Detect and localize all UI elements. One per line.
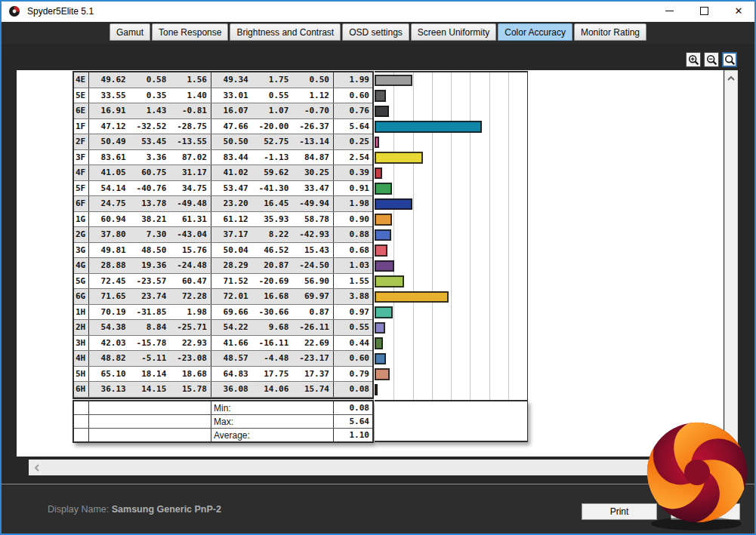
delta-e-bar-4H xyxy=(375,353,386,365)
patch-id: 2H xyxy=(74,320,89,335)
zoom-in-button[interactable] xyxy=(686,52,701,67)
reference-lab-values: 36.1314.1515.78 xyxy=(89,382,211,397)
delta-e-bar-1F xyxy=(375,121,482,133)
measured-lab-values: 50.5052.75-13.14 xyxy=(211,134,334,149)
horizontal-scrollbar[interactable] xyxy=(29,460,724,475)
delta-e-bar-4F xyxy=(375,168,382,180)
delta-e-bar-5G xyxy=(375,275,404,287)
measured-lab-values: 54.229.68-26.11 xyxy=(211,320,334,335)
zoom-fit-button[interactable] xyxy=(722,52,737,67)
measured-lab-values: 61.1235.9358.78 xyxy=(211,212,334,227)
minimize-button[interactable] xyxy=(652,0,687,22)
vertical-scrollbar[interactable] xyxy=(724,70,738,457)
measured-lab-values: 69.66-30.660.87 xyxy=(211,305,334,320)
tab-color-accuracy[interactable]: Color Accuracy xyxy=(498,23,572,41)
maximize-icon xyxy=(700,7,708,15)
patch-id: 5F xyxy=(74,181,89,196)
reference-lab-values: 54.14-40.7634.75 xyxy=(89,181,211,196)
tab-monitor-rating[interactable]: Monitor Rating xyxy=(574,23,646,41)
delta-e-value: 0.60 xyxy=(334,351,372,366)
measured-lab-values: 16.071.07-0.70 xyxy=(211,103,334,118)
reference-lab-values: 47.12-32.52-28.75 xyxy=(89,119,211,134)
delta-e-value: 0.79 xyxy=(334,367,372,382)
delta-e-value: 0.88 xyxy=(334,227,372,242)
measured-lab-values: 71.52-20.6956.90 xyxy=(211,274,334,289)
measured-lab-values: 72.0116.6869.97 xyxy=(211,289,334,304)
zoom-out-button[interactable] xyxy=(704,52,719,67)
patch-id: 4F xyxy=(74,165,89,180)
delta-e-bar-6G xyxy=(375,291,449,303)
reference-lab-values: 71.6523.7472.28 xyxy=(89,289,211,304)
table-row-5E: 5E33.550.351.4033.010.551.120.60 xyxy=(74,88,372,104)
patch-id: 6E xyxy=(74,103,89,118)
measured-lab-values: 36.0814.0615.74 xyxy=(211,382,334,397)
delta-e-value: 0.44 xyxy=(334,336,372,351)
patch-id: 2G xyxy=(74,227,89,242)
measured-lab-values: 23.2016.45-49.94 xyxy=(211,196,334,211)
table-row-4H: 4H48.82-5.11-23.0848.57-4.48-23.170.60 xyxy=(74,351,372,367)
table-row-5G: 5G72.45-23.5760.4771.52-20.6956.901.55 xyxy=(74,274,372,290)
tab-strip: GamutTone ResponseBrightness and Contras… xyxy=(0,22,756,44)
delta-e-bar-4G xyxy=(375,260,394,272)
patch-id: 5G xyxy=(74,274,89,289)
tab-screen-uniformity[interactable]: Screen Uniformity xyxy=(411,23,496,41)
reference-lab-values: 41.0560.7531.17 xyxy=(89,165,211,180)
reference-lab-values: 60.9438.2161.31 xyxy=(89,212,211,227)
zoom-out-icon xyxy=(706,54,717,66)
measured-lab-values: 28.2920.87-24.50 xyxy=(211,258,334,273)
tab-osd-settings[interactable]: OSD settings xyxy=(342,23,409,41)
patch-id: 6H xyxy=(74,382,89,397)
delta-e-bar-chart xyxy=(375,71,528,401)
summary-row-min: Min: 0.08 xyxy=(74,401,372,415)
delta-e-value: 1.99 xyxy=(334,72,372,88)
delta-e-bar-6F xyxy=(375,198,412,211)
delta-e-value: 0.60 xyxy=(334,88,372,103)
measured-lab-values: 83.44-1.1384.87 xyxy=(211,150,334,165)
patch-id: 4G xyxy=(74,258,89,273)
patch-id: 1H xyxy=(74,305,89,320)
tab-tone-response[interactable]: Tone Response xyxy=(152,23,228,41)
summary-row-max: Max: 5.64 xyxy=(74,415,372,429)
delta-e-value: 1.03 xyxy=(334,258,372,273)
delta-e-value: 3.88 xyxy=(334,289,372,304)
delta-e-value: 2.54 xyxy=(334,150,372,165)
tab-gamut[interactable]: Gamut xyxy=(110,23,150,41)
reference-lab-values: 42.03-15.7822.93 xyxy=(89,336,211,351)
max-value: 5.64 xyxy=(334,415,372,428)
delta-e-bar-1H xyxy=(375,306,393,318)
delta-e-value: 0.39 xyxy=(334,165,372,180)
delta-e-bar-2H xyxy=(375,322,385,334)
summary-table: Min: 0.08 Max: 5.64 Average: 1.10 xyxy=(73,400,374,443)
delta-e-value: 0.90 xyxy=(334,212,372,227)
table-row-3G: 3G49.8148.5015.7650.0446.5215.430.68 xyxy=(74,243,372,259)
table-row-1H: 1H70.19-31.851.9869.66-30.660.870.97 xyxy=(74,305,372,321)
reference-lab-values: 50.4953.45-13.55 xyxy=(89,134,211,149)
title-bar[interactable]: Spyder5Elite 5.1 ✕ xyxy=(0,0,756,22)
reference-lab-values: 83.613.3687.02 xyxy=(89,150,211,165)
patch-id: 3F xyxy=(74,150,89,165)
display-name-value: Samsung Generic PnP-2 xyxy=(112,504,221,515)
measured-lab-values: 47.66-20.00-26.37 xyxy=(211,119,334,134)
table-row-3H: 3H42.03-15.7822.9341.66-16.1122.690.44 xyxy=(74,336,372,352)
window-controls: ✕ xyxy=(652,0,756,22)
close-button[interactable]: ✕ xyxy=(721,0,756,22)
measured-lab-values: 48.57-4.48-23.17 xyxy=(211,351,334,366)
table-row-5F: 5F54.14-40.7634.7553.47-41.3033.470.91 xyxy=(74,181,372,197)
patch-id: 1G xyxy=(74,212,89,227)
min-label: Min: xyxy=(211,401,334,414)
tab-brightness-and-contrast[interactable]: Brightness and Contrast xyxy=(230,23,341,41)
color-accuracy-table: 4E49.620.581.5649.341.750.501.995E33.550… xyxy=(73,71,374,399)
measured-lab-values: 50.0446.5215.43 xyxy=(211,243,334,258)
table-row-6F: 6F24.7513.78-49.4823.2016.45-49.941.98 xyxy=(74,196,372,212)
delta-e-value: 5.64 xyxy=(334,119,372,134)
reference-lab-values: 54.388.84-25.71 xyxy=(89,320,211,335)
app-icon xyxy=(8,5,20,17)
patch-id: 4H xyxy=(74,351,89,366)
measured-lab-values: 49.341.750.50 xyxy=(211,72,334,88)
reference-lab-values: 49.8148.5015.76 xyxy=(89,243,211,258)
close-icon: ✕ xyxy=(735,6,743,16)
table-row-4F: 4F41.0560.7531.1741.0259.6230.250.39 xyxy=(74,165,372,181)
delta-e-value: 0.76 xyxy=(334,103,372,118)
maximize-button[interactable] xyxy=(687,0,721,22)
delta-e-value: 0.97 xyxy=(334,305,372,320)
